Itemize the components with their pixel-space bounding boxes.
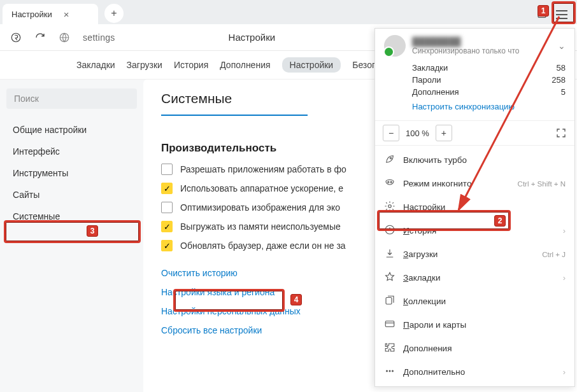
menu-item-star[interactable]: Закладки› [375, 266, 574, 290]
menu-item-puzzle[interactable]: Дополнения [375, 337, 574, 360]
rocket-icon [384, 153, 395, 167]
more-icon [384, 365, 395, 379]
star-icon [384, 271, 395, 284]
svg-point-13 [392, 370, 394, 372]
svg-rect-10 [385, 321, 394, 327]
cert-link[interactable]: Управление сертификатами [161, 110, 308, 116]
search-input[interactable]: Поиск [6, 88, 137, 109]
menu-item-label: Дополнения [403, 344, 452, 353]
menu-item-label: Коллекции [403, 297, 446, 306]
browser-tab[interactable]: Настройки × [3, 4, 98, 24]
checkbox-icon[interactable] [161, 164, 173, 175]
chevron-down-icon[interactable]: ⌄ [558, 41, 566, 51]
sidebar-item-system[interactable]: Системные [6, 206, 137, 227]
zoom-in-button[interactable]: + [436, 125, 452, 141]
yandex-logo-icon[interactable] [10, 32, 22, 43]
svg-point-11 [387, 370, 388, 372]
collection-icon [384, 295, 395, 308]
zoom-out-button[interactable]: − [383, 125, 399, 141]
tab-title: Настройки [11, 10, 52, 19]
download-icon [384, 248, 395, 261]
menu-item-card[interactable]: Пароли и карты [375, 313, 574, 337]
zoom-row: − 100 % + [375, 120, 574, 146]
zoom-percent: 100 % [402, 129, 433, 138]
nav-downloads[interactable]: Загрузки [127, 60, 162, 70]
menu-item-label: Закладки [403, 273, 440, 283]
check-label: Обновлять браузер, даже если он не за [180, 241, 346, 251]
svg-point-2 [11, 33, 20, 42]
nav-bookmarks[interactable]: Закладки [76, 60, 115, 70]
nav-addons[interactable]: Дополнения [220, 60, 270, 70]
svg-rect-9 [386, 298, 392, 305]
sidebar-item-sites[interactable]: Сайты [6, 184, 137, 206]
stat-addons: Дополнения5 [412, 86, 566, 98]
clock-icon [384, 224, 395, 237]
callout-2: 2 [494, 215, 506, 227]
avatar-icon [384, 35, 406, 57]
address-text[interactable]: settings [83, 32, 115, 43]
menu-item-rocket[interactable]: Включить турбо [375, 148, 574, 172]
card-icon [384, 318, 395, 332]
sync-header[interactable]: ████████ Синхронизировано только что ⌄ [384, 35, 566, 57]
svg-point-7 [388, 205, 392, 208]
gear-icon [384, 200, 395, 214]
menu-item-more[interactable]: Дополнительно› [375, 360, 574, 384]
callout-1: 1 [538, 5, 549, 17]
svg-point-5 [388, 181, 389, 183]
menu-item-mask[interactable]: Режим инкогнитоCtrl + Shift + N [375, 172, 574, 195]
sidebar: Поиск Общие настройки Интерфейс Инструме… [0, 80, 143, 392]
site-icon [59, 32, 70, 43]
menu-item-label: Пароли и карты [403, 320, 466, 330]
close-tab-icon[interactable]: × [64, 9, 69, 20]
menu-item-clock[interactable]: История› [375, 219, 574, 242]
menu-item-download[interactable]: ЗагрузкиCtrl + J [375, 242, 574, 266]
stat-passwords: Пароли258 [412, 74, 566, 86]
puzzle-icon [384, 342, 395, 355]
menu-item-gear[interactable]: Настройки [375, 195, 574, 219]
svg-point-4 [390, 157, 391, 158]
stat-bookmarks: Закладки58 [412, 62, 566, 74]
check-label: Разрешать приложениям работать в фо [180, 164, 346, 174]
menu-item-label: Режим инкогнито [403, 179, 471, 188]
callout-3: 3 [87, 225, 98, 237]
checkbox-icon[interactable]: ✓ [161, 183, 173, 194]
main-menu-panel: ████████ Синхронизировано только что ⌄ З… [374, 28, 575, 387]
fullscreen-icon[interactable] [555, 127, 567, 139]
sidebar-item-interface[interactable]: Интерфейс [6, 141, 137, 162]
menu-button[interactable] [552, 5, 572, 24]
mask-icon [384, 177, 395, 190]
menu-item-label: Настройки [403, 202, 445, 212]
callout-4: 4 [290, 294, 302, 305]
checkbox-icon[interactable]: ✓ [161, 221, 173, 232]
sync-username: ████████ [412, 37, 519, 46]
menu-item-label: История [403, 226, 436, 235]
configure-sync-link[interactable]: Настроить синхронизацию [384, 102, 566, 111]
checkbox-icon[interactable]: ✓ [161, 240, 173, 251]
reload-icon[interactable] [34, 32, 46, 43]
menu-item-label: Загрузки [403, 249, 438, 259]
menu-item-label: Дополнительно [403, 367, 465, 377]
sidebar-item-general[interactable]: Общие настройки [6, 119, 137, 141]
menu-item-collection[interactable]: Коллекции [375, 290, 574, 313]
svg-point-12 [389, 370, 390, 372]
new-tab-button[interactable]: + [104, 4, 124, 23]
sidebar-item-tools[interactable]: Инструменты [6, 162, 137, 184]
check-label: Выгружать из памяти неиспользуемые [180, 221, 341, 232]
nav-history[interactable]: История [174, 60, 208, 70]
page-title: Настройки [229, 32, 276, 43]
svg-point-6 [390, 181, 392, 183]
checkbox-icon[interactable] [161, 202, 173, 213]
sync-status: Синхронизировано только что [412, 46, 519, 55]
nav-settings[interactable]: Настройки [282, 57, 341, 73]
tab-strip: Настройки × + [0, 0, 577, 24]
check-label: Использовать аппаратное ускорение, е [180, 183, 343, 193]
check-label: Оптимизировать изображения для эко [180, 202, 340, 213]
menu-item-label: Включить турбо [403, 155, 467, 165]
